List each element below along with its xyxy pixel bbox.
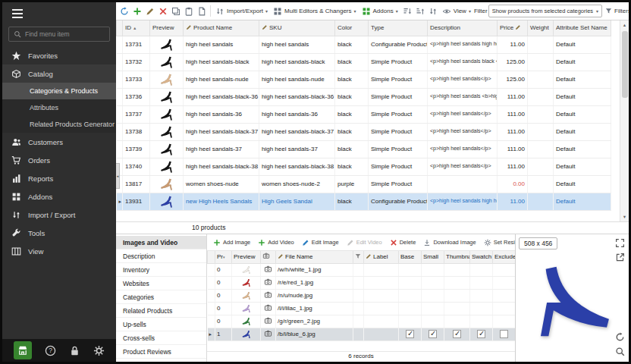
- open-external-button[interactable]: [615, 253, 625, 262]
- header-id[interactable]: ID▲: [123, 20, 150, 36]
- add-product-button[interactable]: [132, 6, 143, 17]
- table-row[interactable]: ▸ 13732 high heel sandals-black high hee…: [117, 53, 611, 71]
- header-thumbnail[interactable]: Thumbna: [444, 251, 470, 263]
- panel-collapse-handle[interactable]: ◂: [116, 163, 120, 189]
- sidebar-item-orders[interactable]: Orders: [2, 151, 116, 169]
- header-weight[interactable]: Weight: [528, 20, 554, 36]
- download-image-button[interactable]: Download Image: [421, 237, 478, 248]
- header-exclude[interactable]: Exclude: [493, 251, 516, 263]
- header-color[interactable]: Color: [335, 20, 369, 36]
- table-row[interactable]: ▸ 13737 high heel sandals-36 high heel s…: [117, 105, 611, 123]
- header-preview[interactable]: Preview: [232, 251, 261, 263]
- thumbnail-checkbox[interactable]: [453, 330, 461, 338]
- add-video-button[interactable]: Add Video: [256, 237, 296, 248]
- sidebar-item-favorites[interactable]: Favorites: [2, 46, 116, 64]
- sort-descending-button[interactable]: [415, 6, 425, 17]
- filter-mode-select[interactable]: Show products from selected categories▾: [488, 5, 602, 17]
- table-row[interactable]: ▸ 13738 high heel sandals-black-37 high …: [117, 123, 611, 140]
- delete-image-button[interactable]: Delete: [388, 237, 419, 248]
- image-row[interactable]: ▸ 0 /l/i/lilac_1.jpg: [208, 302, 516, 315]
- reorder-button[interactable]: [428, 6, 438, 17]
- header-product-name[interactable]: Product Name: [184, 20, 259, 36]
- settings-button[interactable]: [93, 345, 105, 356]
- sidebar-item-catalog[interactable]: Catalog: [2, 64, 116, 83]
- header-sku[interactable]: SKU: [259, 20, 335, 36]
- base-checkbox[interactable]: [406, 330, 414, 338]
- vertical-scrollbar[interactable]: ▲ ▼: [620, 20, 629, 221]
- detail-tab[interactable]: Cross-sells: [116, 331, 206, 345]
- header-base[interactable]: Base: [399, 251, 422, 263]
- detail-tab[interactable]: Websites: [116, 277, 206, 290]
- image-row[interactable]: ▸ 0 /n/u/nude.jpg: [208, 289, 516, 302]
- header-swatch[interactable]: Swatch: [470, 251, 493, 263]
- multi-editors-button[interactable]: Multi Editors & Changers▾: [271, 5, 359, 17]
- sidebar-search[interactable]: [8, 27, 110, 42]
- header-small[interactable]: Small: [422, 251, 444, 263]
- detail-tab[interactable]: Categories: [116, 290, 206, 304]
- detail-tab[interactable]: Inventory: [116, 263, 206, 277]
- exclude-checkbox[interactable]: [500, 330, 508, 338]
- sidebar-item-import-export[interactable]: Import / Export: [2, 206, 116, 224]
- detail-tab[interactable]: Product Reviews: [116, 345, 206, 359]
- table-row[interactable]: ▸ 13739 high heel sandals-37 high heel s…: [117, 140, 611, 158]
- header-price[interactable]: Price: [498, 20, 528, 36]
- header-type[interactable]: Type: [369, 20, 428, 36]
- header-position[interactable]: Pr▾: [215, 251, 232, 263]
- import-export-button[interactable]: Import/Export▾: [213, 5, 270, 17]
- sidebar-item-attributes[interactable]: Attributes: [2, 99, 116, 116]
- copy-button[interactable]: [171, 6, 181, 17]
- table-row[interactable]: ▸ 13736 high heel sandals-black-36 high …: [117, 88, 611, 105]
- help-button[interactable]: [45, 345, 56, 356]
- duplicate-button[interactable]: [196, 6, 207, 17]
- scroll-down-arrow[interactable]: ▼: [623, 212, 626, 221]
- scrollbar-thumb[interactable]: [622, 31, 628, 98]
- header-preview[interactable]: Preview: [150, 20, 184, 36]
- detail-tab[interactable]: Related Products: [116, 304, 206, 318]
- set-resize-rule-button[interactable]: Set Resize Rule▾: [482, 237, 515, 248]
- detail-tab[interactable]: Images and Video: [116, 236, 206, 249]
- sidebar-item-view[interactable]: View: [2, 242, 116, 260]
- small-checkbox[interactable]: [429, 330, 437, 338]
- header-description[interactable]: Description: [428, 20, 498, 36]
- lock-button[interactable]: [69, 345, 80, 356]
- header-file-name[interactable]: File Name: [276, 251, 353, 263]
- paste-button[interactable]: [184, 6, 194, 17]
- edit-product-button[interactable]: [145, 6, 155, 17]
- table-row[interactable]: ▸ 13931 new High Heels Sandals High Geel…: [117, 193, 611, 210]
- sidebar-item-categories-products[interactable]: Categories & Products: [2, 83, 116, 99]
- image-row[interactable]: ▸ 0 /g/r/green_2.jpg: [208, 315, 516, 328]
- search-input[interactable]: [25, 30, 105, 38]
- refresh-preview-button[interactable]: [615, 332, 625, 342]
- sidebar-item-related-products-generator[interactable]: Related Products Generator: [2, 116, 116, 133]
- view-button[interactable]: View▾: [440, 5, 473, 17]
- image-row[interactable]: ▸ 0 /r/e/red_1.jpg: [208, 276, 516, 289]
- store-button[interactable]: [14, 341, 32, 359]
- edit-video-button[interactable]: Edit Video: [344, 237, 385, 248]
- header-media-type[interactable]: [261, 251, 276, 263]
- sidebar-item-reports[interactable]: Reports: [2, 169, 116, 187]
- menu-toggle-button[interactable]: [2, 2, 116, 25]
- table-row[interactable]: ▸ 13733 high heel sandals-nude high heel…: [117, 71, 611, 88]
- zoom-button[interactable]: [615, 347, 625, 356]
- table-row[interactable]: ▸ 13731 high heel sandals high heel sand…: [117, 36, 611, 53]
- swatch-checkbox[interactable]: [477, 330, 485, 338]
- delete-product-button[interactable]: [158, 6, 168, 17]
- addons-button[interactable]: Addons▾: [359, 5, 400, 17]
- header-attribute-set[interactable]: Attribute Set Name: [554, 20, 611, 36]
- fullscreen-button[interactable]: [615, 238, 625, 248]
- sidebar-item-customers[interactable]: Customers: [2, 133, 116, 151]
- detail-tab[interactable]: Description: [116, 249, 206, 263]
- add-image-button[interactable]: Add Image: [211, 237, 253, 248]
- header-filter[interactable]: [353, 251, 364, 263]
- refresh-button[interactable]: [119, 6, 130, 17]
- sort-ascending-button[interactable]: [402, 6, 413, 17]
- filters-button[interactable]: Filters▾: [603, 6, 629, 16]
- detail-tab[interactable]: Up-sells: [116, 318, 206, 331]
- scroll-up-arrow[interactable]: ▲: [623, 20, 626, 30]
- edit-image-button[interactable]: Edit Image: [300, 237, 341, 248]
- header-label[interactable]: Label: [364, 251, 399, 263]
- expand-icon[interactable]: ▸: [209, 331, 212, 337]
- image-row[interactable]: ▸ 1 /b/l/blue_6.jpg: [208, 328, 516, 340]
- sidebar-item-tools[interactable]: Tools: [2, 224, 116, 242]
- table-row[interactable]: ▸ 13740 high heel sandals-black-38 high …: [117, 158, 611, 175]
